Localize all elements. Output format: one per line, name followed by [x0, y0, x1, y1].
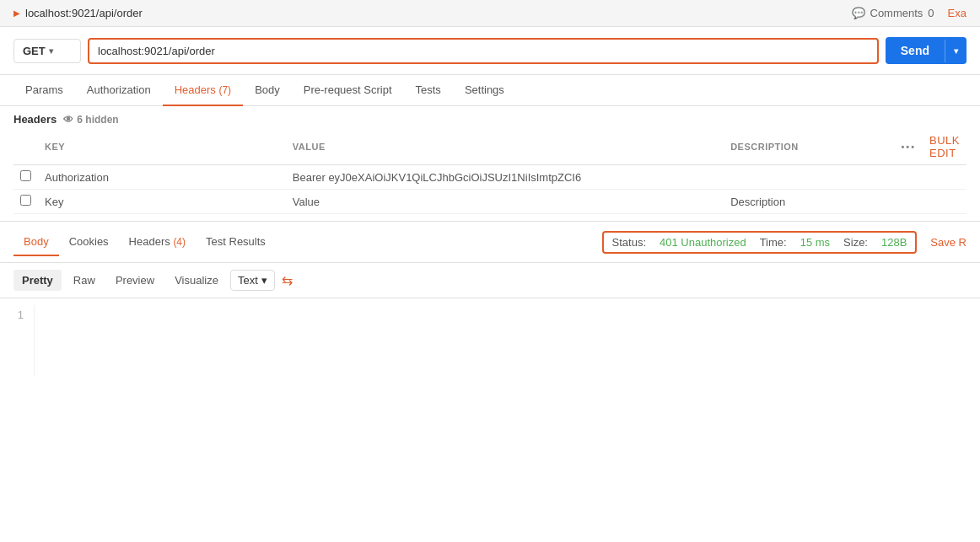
- send-button[interactable]: Send ▾: [886, 37, 967, 64]
- request-url-title: localhost:9021/api/order: [25, 7, 143, 19]
- size-label: Size:: [843, 236, 868, 249]
- time-value: 15 ms: [800, 236, 830, 249]
- tab-tests[interactable]: Tests: [404, 75, 453, 106]
- chevron-down-icon: ▾: [49, 46, 53, 56]
- tab-headers-label: Headers: [175, 83, 216, 96]
- hidden-count: 6 hidden: [77, 114, 118, 126]
- code-area: 1: [0, 298, 980, 383]
- examples-button[interactable]: Exa: [948, 7, 967, 19]
- method-select[interactable]: GET ▾: [13, 39, 81, 63]
- row-value[interactable]: Bearer eyJ0eXAiOiJKV1QiLCJhbGciOiJSUzI1N…: [286, 165, 724, 190]
- tab-headers[interactable]: Headers (7): [163, 75, 243, 106]
- status-bar: Status: 401 Unauthorized Time: 15 ms Siz…: [602, 231, 918, 254]
- headers-title-row: Headers 👁 6 hidden: [13, 113, 967, 126]
- text-select-chevron: ▾: [261, 274, 267, 287]
- tab-settings[interactable]: Settings: [453, 75, 516, 106]
- top-bar-left: ▶ localhost:9021/api/order: [13, 7, 143, 19]
- bulk-edit-button[interactable]: Bulk Edit: [929, 134, 960, 159]
- col-checkbox: [13, 129, 38, 165]
- col-key: KEY: [38, 129, 286, 165]
- tab-body[interactable]: Body: [243, 75, 292, 106]
- placeholder-actions: [894, 190, 923, 214]
- request-tabs: Params Authorization Headers (7) Body Pr…: [0, 75, 980, 106]
- row-extra: [923, 165, 967, 190]
- placeholder-description[interactable]: Description: [724, 190, 894, 214]
- tab-body-response[interactable]: Body: [13, 228, 59, 256]
- line-numbers: 1: [0, 305, 34, 376]
- resp-headers-badge: (4): [173, 236, 186, 248]
- url-bar: GET ▾ localhost:9021/api/order Send ▾: [0, 27, 980, 75]
- status-label: Status:: [612, 236, 646, 249]
- comments-icon: 💬: [852, 7, 865, 19]
- placeholder-key[interactable]: Key: [38, 190, 286, 214]
- comments-count: 0: [928, 7, 934, 19]
- fmt-visualize[interactable]: Visualize: [166, 270, 227, 291]
- body-format-bar: Pretty Raw Preview Visualize Text ▾ ⇆: [0, 263, 980, 298]
- arrow-icon: ▶: [13, 8, 20, 18]
- row-actions: [894, 165, 923, 190]
- line-number: 1: [10, 309, 24, 321]
- tab-params[interactable]: Params: [13, 75, 75, 106]
- col-description: DESCRIPTION: [724, 129, 894, 165]
- method-label: GET: [23, 45, 46, 57]
- hidden-toggle[interactable]: 👁 6 hidden: [63, 114, 118, 126]
- placeholder-checkbox-input[interactable]: [20, 195, 31, 206]
- time-label: Time:: [760, 236, 787, 249]
- tab-pre-request[interactable]: Pre-request Script: [292, 75, 404, 106]
- eye-icon: 👁: [63, 114, 73, 126]
- resp-headers-label: Headers: [129, 235, 170, 248]
- tab-authorization[interactable]: Authorization: [75, 75, 163, 106]
- headers-label: Headers: [13, 113, 57, 126]
- save-response-button[interactable]: Save R: [930, 236, 967, 249]
- fmt-raw[interactable]: Raw: [65, 270, 104, 291]
- send-arrow-icon[interactable]: ▾: [945, 40, 967, 62]
- top-bar: ▶ localhost:9021/api/order 💬 Comments 0 …: [0, 0, 980, 27]
- code-content[interactable]: [34, 305, 980, 376]
- col-value: VALUE: [286, 129, 724, 165]
- row-key[interactable]: Authorization: [38, 165, 286, 190]
- tab-headers-response[interactable]: Headers (4): [119, 228, 196, 256]
- dots-icon: •••: [901, 142, 916, 152]
- fmt-pretty[interactable]: Pretty: [13, 270, 62, 291]
- text-format-select[interactable]: Text ▾: [230, 270, 275, 291]
- comments-label: Comments: [870, 7, 923, 19]
- placeholder-extra: [923, 190, 967, 214]
- placeholder-checkbox[interactable]: [13, 190, 38, 214]
- col-bulk-edit: Bulk Edit: [923, 129, 967, 165]
- row-checkbox[interactable]: [13, 165, 38, 190]
- tab-cookies[interactable]: Cookies: [59, 228, 119, 256]
- row-checkbox-input[interactable]: [20, 170, 31, 181]
- table-row-placeholder: Key Value Description: [13, 190, 967, 214]
- headers-section: Headers 👁 6 hidden KEY VALUE DESCRIPTION…: [0, 106, 980, 222]
- url-input[interactable]: localhost:9021/api/order: [88, 38, 879, 64]
- col-actions: •••: [894, 129, 923, 165]
- comments-button[interactable]: 💬 Comments 0: [852, 7, 934, 19]
- status-value: 401 Unauthorized: [660, 236, 746, 249]
- size-value: 128B: [881, 236, 907, 249]
- table-row: Authorization Bearer eyJ0eXAiOiJKV1QiLCJ…: [13, 165, 967, 190]
- text-select-label: Text: [238, 274, 258, 287]
- placeholder-value[interactable]: Value: [286, 190, 724, 214]
- wrap-icon[interactable]: ⇆: [282, 272, 293, 288]
- headers-table: KEY VALUE DESCRIPTION ••• Bulk Edit Auth…: [13, 129, 967, 214]
- tab-test-results[interactable]: Test Results: [196, 228, 276, 256]
- response-bar: Body Cookies Headers (4) Test Results St…: [0, 222, 980, 263]
- top-bar-right: 💬 Comments 0 Exa: [852, 7, 967, 19]
- send-label: Send: [886, 37, 945, 64]
- row-description[interactable]: [724, 165, 894, 190]
- response-tabs: Body Cookies Headers (4) Test Results: [13, 228, 276, 255]
- headers-badge: (7): [218, 84, 231, 96]
- fmt-preview[interactable]: Preview: [107, 270, 163, 291]
